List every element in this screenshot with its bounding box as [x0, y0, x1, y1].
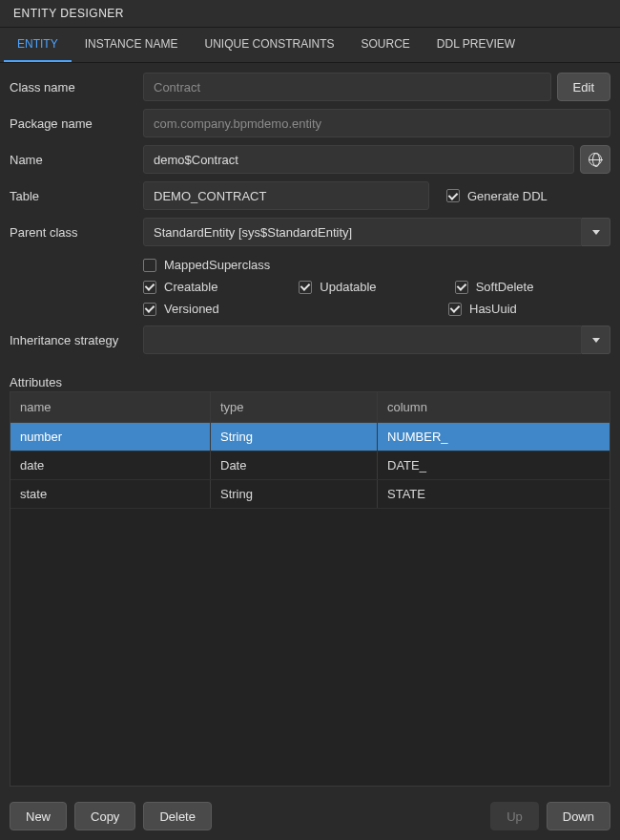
checkbox-icon [143, 303, 156, 316]
edit-button[interactable]: Edit [557, 73, 610, 101]
col-header-column[interactable]: column [378, 392, 610, 422]
form: Class name Contract Edit Package name co… [0, 63, 620, 371]
tab-source[interactable]: SOURCE [347, 28, 423, 62]
tab-entity[interactable]: ENTITY [4, 28, 72, 62]
has-uuid-label: HasUuid [469, 302, 517, 316]
name-field[interactable]: demo$Contract [143, 145, 574, 174]
table-row[interactable]: date Date DATE_ [10, 452, 610, 480]
label-inheritance-strategy: Inheritance strategy [10, 333, 143, 347]
down-button[interactable]: Down [547, 802, 610, 830]
updatable-checkbox[interactable]: Updatable [299, 280, 435, 294]
checkbox-icon [143, 281, 156, 294]
checkbox-icon [446, 189, 460, 202]
creatable-label: Creatable [164, 280, 217, 294]
cell-name: number [10, 423, 211, 451]
checkbox-icon [143, 259, 156, 272]
label-package-name: Package name [10, 116, 143, 131]
inheritance-strategy-value [143, 326, 582, 354]
label-name: Name [10, 153, 143, 167]
inheritance-strategy-dropdown-button[interactable] [582, 326, 610, 354]
tab-ddl-preview[interactable]: DDL PREVIEW [424, 28, 528, 62]
cell-column: STATE [378, 480, 610, 508]
col-header-type[interactable]: type [211, 392, 378, 422]
parent-class-dropdown-button[interactable] [582, 218, 610, 246]
cell-type: String [211, 480, 378, 508]
new-button[interactable]: New [10, 802, 67, 830]
tab-unique-constraints[interactable]: UNIQUE CONSTRAINTS [191, 28, 347, 62]
parent-class-combo[interactable]: StandardEntity [sys$StandardEntity] [143, 218, 610, 246]
versioned-checkbox[interactable]: Versioned [143, 302, 286, 316]
versioned-label: Versioned [164, 302, 219, 316]
tabs: ENTITY INSTANCE NAME UNIQUE CONSTRAINTS … [0, 28, 620, 63]
has-uuid-checkbox[interactable]: HasUuid [448, 302, 591, 316]
copy-button[interactable]: Copy [74, 802, 135, 830]
creatable-checkbox[interactable]: Creatable [143, 280, 279, 294]
attributes-table: name type column number String NUMBER_ d… [10, 391, 610, 787]
chevron-down-icon [592, 230, 600, 235]
localize-button[interactable] [580, 145, 610, 174]
cell-type: Date [211, 452, 378, 479]
cell-type: String [211, 423, 378, 451]
chevron-down-icon [592, 338, 600, 343]
cell-name: state [10, 480, 211, 508]
cell-column: DATE_ [378, 452, 610, 479]
label-attributes: Attributes [0, 371, 620, 391]
mapped-superclass-label: MappedSuperclass [164, 258, 270, 272]
cell-name: date [10, 452, 211, 479]
checkbox-icon [299, 281, 312, 294]
generate-ddl-label: Generate DDL [467, 189, 548, 203]
panel-title: ENTITY DESIGNER [0, 0, 620, 28]
label-class-name: Class name [10, 80, 143, 94]
label-table: Table [10, 189, 143, 203]
entity-designer-panel: ENTITY DESIGNER ENTITY INSTANCE NAME UNI… [0, 0, 620, 840]
parent-class-value: StandardEntity [sys$StandardEntity] [143, 218, 582, 246]
delete-button[interactable]: Delete [143, 802, 212, 830]
tab-instance-name[interactable]: INSTANCE NAME [72, 28, 192, 62]
inheritance-strategy-combo[interactable] [143, 326, 610, 354]
table-row[interactable]: number String NUMBER_ [10, 423, 610, 452]
col-header-name[interactable]: name [10, 392, 211, 422]
generate-ddl-checkbox[interactable]: Generate DDL [446, 189, 548, 203]
up-button[interactable]: Up [490, 802, 539, 830]
package-name-field: com.company.bpmdemo.entity [143, 109, 610, 137]
table-header: name type column [10, 392, 610, 423]
checkbox-icon [448, 303, 462, 316]
footer: New Copy Delete Up Down [0, 792, 620, 840]
updatable-label: Updatable [320, 280, 376, 294]
class-name-field: Contract [143, 73, 551, 101]
mapped-superclass-checkbox[interactable]: MappedSuperclass [143, 258, 305, 272]
globe-icon [589, 153, 602, 166]
checkbox-icon [455, 281, 468, 294]
soft-delete-label: SoftDelete [476, 280, 534, 294]
label-parent-class: Parent class [10, 225, 143, 240]
table-row[interactable]: state String STATE [10, 480, 610, 509]
cell-column: NUMBER_ [378, 423, 610, 451]
soft-delete-checkbox[interactable]: SoftDelete [455, 280, 591, 294]
table-field[interactable]: DEMO_CONTRACT [143, 181, 429, 210]
